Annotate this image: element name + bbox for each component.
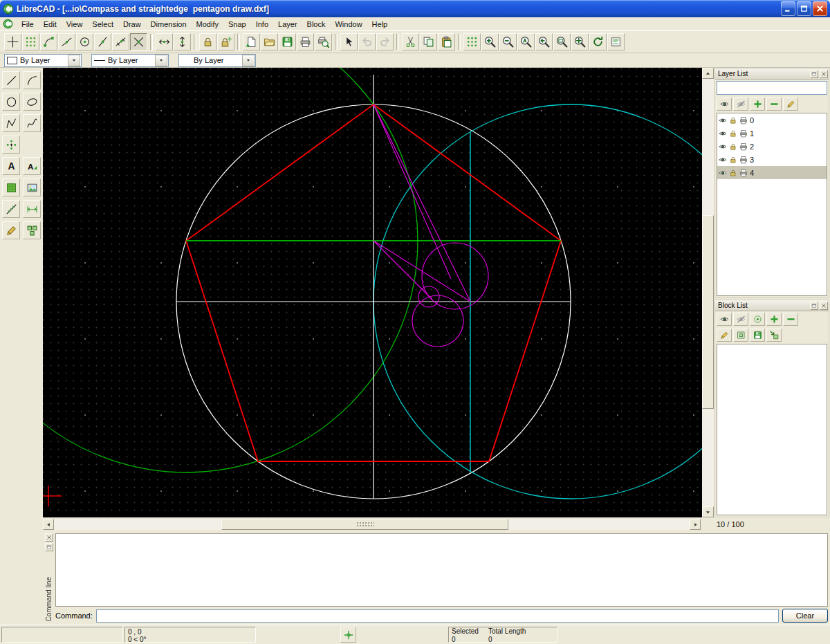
combo-dropdown-button[interactable] bbox=[68, 55, 80, 66]
menu-modify[interactable]: Modify bbox=[192, 19, 223, 30]
set-relative-zero-button[interactable] bbox=[217, 33, 234, 50]
image-tool-button[interactable] bbox=[23, 178, 41, 196]
print-preview-button[interactable] bbox=[315, 33, 332, 50]
save-block-button[interactable] bbox=[750, 329, 765, 342]
snap-middle-button[interactable] bbox=[94, 33, 111, 50]
width-combobox[interactable]: By Layer bbox=[91, 54, 169, 67]
lock-relative-zero-button[interactable] bbox=[199, 33, 216, 50]
restrict-horizontal-button[interactable] bbox=[156, 33, 173, 50]
add-layer-button[interactable] bbox=[750, 98, 765, 111]
file-print-button[interactable] bbox=[297, 33, 314, 50]
redo-button[interactable] bbox=[376, 33, 394, 50]
edit-cut-button[interactable] bbox=[402, 33, 419, 50]
polyline-tool-button[interactable] bbox=[2, 114, 20, 132]
menu-block[interactable]: Block bbox=[302, 19, 331, 30]
grid-toggle-button[interactable] bbox=[463, 33, 481, 50]
modify-tool-button[interactable] bbox=[2, 221, 20, 239]
text-tool-button[interactable]: A bbox=[2, 157, 20, 175]
draft-mode-button[interactable] bbox=[607, 33, 625, 50]
block-list-rows[interactable] bbox=[717, 344, 827, 515]
menu-draw[interactable]: Draw bbox=[118, 19, 146, 30]
show-all-layers-button[interactable] bbox=[717, 98, 732, 111]
menu-select[interactable]: Select bbox=[87, 19, 118, 30]
combo-dropdown-button[interactable] bbox=[155, 55, 167, 66]
snap-intersection-button[interactable] bbox=[130, 33, 147, 50]
entity-circle[interactable] bbox=[422, 243, 488, 309]
file-save-button[interactable] bbox=[279, 33, 296, 50]
dimension-tool-button[interactable] bbox=[23, 200, 41, 218]
snap-distance-button[interactable] bbox=[112, 33, 129, 50]
color-combobox[interactable]: By Layer bbox=[4, 54, 82, 67]
toggle-block-visibility-button[interactable] bbox=[750, 313, 765, 326]
zoom-window-button[interactable] bbox=[553, 33, 571, 50]
layer-list-rows[interactable]: 01234 bbox=[717, 113, 827, 296]
command-dock-handle[interactable]: Command line bbox=[43, 532, 55, 624]
menu-snap[interactable]: Snap bbox=[223, 19, 251, 30]
zoom-previous-button[interactable] bbox=[535, 33, 553, 50]
point-tool-button[interactable] bbox=[2, 136, 20, 154]
modify-layer-button[interactable] bbox=[783, 98, 798, 111]
zoom-pan-button[interactable] bbox=[571, 33, 589, 50]
minimize-button[interactable] bbox=[781, 1, 795, 16]
block-list-close-button[interactable] bbox=[820, 302, 828, 310]
vertical-scrollbar[interactable] bbox=[702, 68, 714, 517]
rename-block-button[interactable] bbox=[717, 329, 732, 342]
select-pointer-button[interactable] bbox=[340, 33, 358, 50]
command-float-button[interactable] bbox=[45, 543, 53, 551]
snap-on-entity-button[interactable] bbox=[58, 33, 75, 50]
horizontal-scrollbar[interactable] bbox=[43, 519, 701, 530]
layer-filter-input[interactable] bbox=[717, 81, 827, 95]
snap-settings-button[interactable] bbox=[340, 627, 356, 643]
layer-list-close-button[interactable] bbox=[820, 70, 828, 78]
scroll-up-button[interactable] bbox=[702, 68, 714, 79]
entity-line[interactable] bbox=[374, 241, 432, 300]
remove-block-button[interactable] bbox=[783, 313, 798, 326]
remove-layer-button[interactable] bbox=[766, 98, 782, 111]
hide-all-blocks-button[interactable] bbox=[733, 313, 748, 326]
menu-layer[interactable]: Layer bbox=[273, 19, 302, 30]
zoom-in-button[interactable] bbox=[481, 33, 499, 50]
add-block-button[interactable] bbox=[766, 313, 782, 326]
ellipse-tool-button[interactable] bbox=[23, 93, 41, 111]
zoom-out-button[interactable] bbox=[499, 33, 517, 50]
restrict-vertical-button[interactable] bbox=[174, 33, 191, 50]
menu-help[interactable]: Help bbox=[367, 19, 393, 30]
entity-circle[interactable] bbox=[412, 295, 463, 347]
block-list-titlebar[interactable]: Block List bbox=[715, 300, 829, 311]
layer-row-3[interactable]: 3 bbox=[717, 153, 827, 166]
title-bar[interactable]: LibreCAD - [...io\Compass and straighted… bbox=[0, 0, 830, 17]
snap-free-button[interactable] bbox=[4, 33, 21, 50]
edit-block-button[interactable] bbox=[733, 329, 748, 342]
circle-tool-button[interactable] bbox=[2, 93, 20, 111]
file-new-button[interactable] bbox=[243, 33, 260, 50]
mtext-tool-button[interactable]: A bbox=[23, 157, 41, 175]
block-list-float-button[interactable] bbox=[810, 302, 818, 310]
edit-paste-button[interactable] bbox=[438, 33, 455, 50]
clear-button[interactable]: Clear bbox=[782, 609, 828, 623]
undo-button[interactable] bbox=[358, 33, 376, 50]
vertical-scroll-thumb[interactable] bbox=[702, 215, 714, 409]
snap-center-button[interactable] bbox=[76, 33, 93, 50]
layer-list-titlebar[interactable]: Layer List bbox=[715, 68, 829, 80]
drawing-canvas[interactable] bbox=[43, 68, 702, 517]
redraw-button[interactable] bbox=[589, 33, 607, 50]
spline-tool-button[interactable] bbox=[23, 114, 41, 132]
file-open-button[interactable] bbox=[261, 33, 278, 50]
menu-view[interactable]: View bbox=[62, 19, 88, 30]
scroll-left-button[interactable] bbox=[43, 519, 54, 530]
command-input[interactable] bbox=[96, 609, 779, 623]
insert-block-button[interactable] bbox=[766, 329, 782, 342]
hatch-tool-button[interactable] bbox=[2, 178, 20, 196]
menu-info[interactable]: Info bbox=[251, 19, 273, 30]
combo-dropdown-button[interactable] bbox=[242, 55, 255, 66]
entity-circle[interactable] bbox=[43, 68, 418, 472]
layer-row-4[interactable]: 4 bbox=[717, 166, 827, 179]
horizontal-scroll-thumb[interactable] bbox=[221, 519, 508, 530]
snap-grid-button[interactable] bbox=[22, 33, 39, 50]
layer-row-1[interactable]: 1 bbox=[717, 127, 827, 140]
scroll-right-button[interactable] bbox=[690, 519, 701, 530]
document-window-icon[interactable] bbox=[3, 19, 13, 29]
layer-row-2[interactable]: 2 bbox=[717, 140, 827, 153]
maximize-button[interactable] bbox=[797, 1, 811, 16]
command-close-button[interactable] bbox=[45, 533, 53, 542]
